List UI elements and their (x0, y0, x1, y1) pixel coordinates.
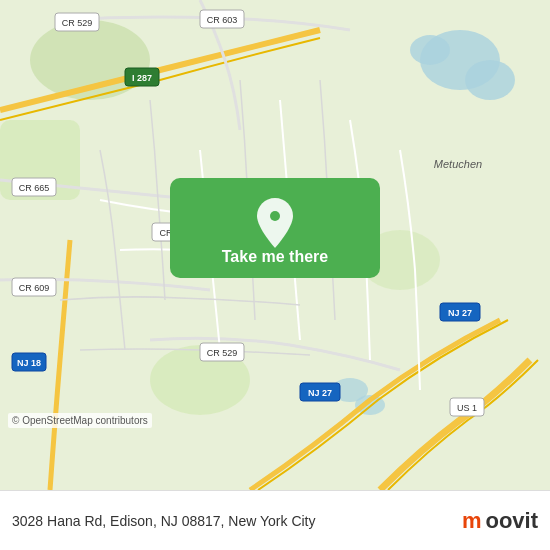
svg-text:Take me there: Take me there (222, 248, 329, 265)
svg-text:US 1: US 1 (457, 403, 477, 413)
map-container: CR 529 CR 603 I 287 CR 665 CR CR 609 NJ … (0, 0, 550, 490)
svg-text:NJ 27: NJ 27 (448, 308, 472, 318)
svg-point-34 (270, 211, 280, 221)
svg-text:Metuchen: Metuchen (434, 158, 482, 170)
svg-text:CR 529: CR 529 (62, 18, 93, 28)
moovit-logo-m: m (462, 508, 482, 534)
svg-text:I 287: I 287 (132, 73, 152, 83)
svg-text:NJ 27: NJ 27 (308, 388, 332, 398)
svg-text:CR 609: CR 609 (19, 283, 50, 293)
svg-text:CR 529: CR 529 (207, 348, 238, 358)
svg-text:NJ 18: NJ 18 (17, 358, 41, 368)
svg-text:CR 665: CR 665 (19, 183, 50, 193)
svg-text:CR 603: CR 603 (207, 15, 238, 25)
address-text: 3028 Hana Rd, Edison, NJ 08817, New York… (12, 513, 316, 529)
osm-credit: © OpenStreetMap contributors (8, 413, 152, 428)
svg-point-3 (410, 35, 450, 65)
bottom-bar: 3028 Hana Rd, Edison, NJ 08817, New York… (0, 490, 550, 550)
svg-point-2 (465, 60, 515, 100)
moovit-logo: moovit (462, 508, 538, 534)
moovit-logo-rest: oovit (485, 508, 538, 534)
